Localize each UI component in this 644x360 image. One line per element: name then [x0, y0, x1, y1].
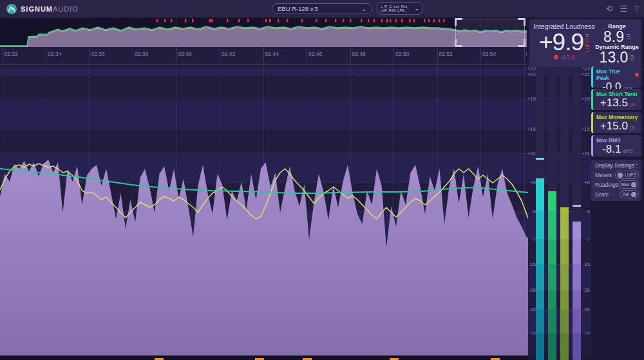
- time-tick: [480, 47, 481, 61]
- level-meters: +23+23+22+22+19+19+15+15+11+11+6+600-7-7…: [528, 61, 591, 360]
- readings-toggle[interactable]: Max: [618, 180, 639, 189]
- integrated-abs-unit: LUFS: [585, 40, 589, 52]
- time-label: 02:42: [222, 51, 235, 57]
- selection-corner-handle[interactable]: [455, 39, 462, 47]
- meter-bar-segment-short-term-meter: [548, 290, 556, 309]
- meter-bar-segment-short-term-meter: [548, 333, 556, 360]
- toggle-knob: [631, 182, 636, 187]
- clip-marker: [439, 19, 440, 23]
- clip-marker: [395, 19, 397, 23]
- clip-marker: [428, 19, 430, 23]
- clip-marker: [368, 19, 369, 23]
- meter-bar-segment-momentary-meter: [560, 211, 569, 239]
- meter-scale-label: +22: [580, 71, 590, 77]
- meter-bar-segment-short-term-meter: [548, 239, 556, 264]
- clip-marker: [227, 19, 228, 23]
- time-tick: [220, 47, 220, 61]
- clip-marker: [301, 19, 303, 23]
- max-rms-card: Max RMS -8.1 dbFS: [591, 135, 641, 156]
- meter-scale-label: +6: [526, 180, 536, 185]
- channel-config-dropdown[interactable]: L_R_C_Lss_Rss_ LsR_RsR_LFE... ⌄: [377, 2, 423, 15]
- meter-bar-segment-true-peak-meter: [536, 309, 544, 333]
- max-short-term-value: +13.5: [600, 97, 628, 109]
- meter-scale-label: -42: [526, 307, 536, 312]
- clip-marker: [238, 19, 240, 23]
- meter-bar-segment-rms-meter: [573, 222, 581, 239]
- time-label: 02:40: [178, 51, 192, 57]
- clip-marker: [374, 19, 375, 23]
- meter-bar-segment-rms-meter: [573, 309, 581, 333]
- dynamic-range-value: 13.0: [600, 50, 629, 64]
- logo-icon: [6, 4, 17, 14]
- toggle-knob: [631, 192, 636, 197]
- preset-dropdown-value: EBU R-128 v.3: [278, 5, 361, 12]
- meter-bar-segment-true-peak-meter: [536, 211, 544, 239]
- meter-bar-segment-rms-meter: [573, 239, 581, 264]
- range-unit: LU: [626, 33, 630, 39]
- loudness-analyser-window: SIGNUMAUDIO EBU R-128 v.3 ⌄ L_R_C_Lss_Rs…: [0, 0, 644, 360]
- meter-bar-segment-true-peak-meter: [536, 182, 544, 211]
- time-axis: 02:3202:3402:3602:3802:4002:4202:4402:46…: [0, 47, 527, 61]
- clip-marker: [171, 19, 172, 23]
- clip-marker: [269, 19, 270, 23]
- meter-scale-label: +15: [526, 126, 536, 132]
- clip-marker: [192, 19, 193, 23]
- menu-icon[interactable]: ☰: [620, 5, 627, 13]
- meter-bar-segment-momentary-meter: [560, 264, 569, 290]
- clip-marker: [343, 19, 344, 23]
- overview-selection[interactable]: [455, 19, 525, 46]
- time-tick: [133, 47, 133, 61]
- selection-corner-handle[interactable]: [455, 18, 462, 26]
- undo-icon[interactable]: ⟲: [606, 5, 613, 13]
- time-label: 02:38: [135, 51, 148, 57]
- time-tick: [350, 47, 351, 61]
- meter-bar-segment-short-term-meter: [548, 211, 556, 239]
- clip-marker: [316, 19, 317, 23]
- loudness-history-graph[interactable]: [0, 61, 528, 360]
- clip-marker: [211, 19, 213, 23]
- meter-scale-label: +19: [580, 96, 590, 102]
- clip-marker: [287, 19, 288, 23]
- meter-bar-segment-true-peak-meter: [536, 290, 544, 309]
- meter-bar-segment-true-peak-meter: [536, 264, 544, 290]
- rms-area-fill: [0, 160, 528, 360]
- time-label: 02:48: [352, 51, 366, 57]
- time-label: 02:50: [395, 51, 409, 57]
- time-tick: [393, 47, 394, 61]
- meter-scale-label: -26: [580, 287, 590, 293]
- meter-bar-segment-rms-meter: [573, 333, 581, 360]
- clip-marker: [424, 19, 425, 23]
- clip-marker: [386, 19, 388, 23]
- clip-marker: [409, 19, 410, 23]
- time-tick: [46, 47, 46, 61]
- alert-dot-icon: [635, 73, 639, 77]
- clip-marker: [361, 19, 362, 23]
- meter-bar-segment-short-term-meter: [548, 191, 556, 211]
- time-label: 02:32: [5, 51, 18, 57]
- clip-marker: [278, 19, 279, 23]
- integrated-loudness-value: +9.9: [539, 30, 583, 55]
- max-momentary-value: +15.0: [600, 120, 628, 132]
- meters-toggle[interactable]: LUFS: [615, 171, 639, 179]
- meter-bar-segment-rms-meter: [573, 290, 581, 309]
- meter-scale-label: -7: [580, 236, 590, 242]
- collapse-caret-icon[interactable]: ▽: [634, 6, 639, 12]
- preset-dropdown[interactable]: EBU R-128 v.3 ⌄: [272, 3, 372, 14]
- meter-bar-segment-momentary-meter: [560, 309, 569, 333]
- meter-bar-segment-true-peak-meter: [536, 239, 544, 264]
- meter-scale-label: +6: [580, 180, 590, 185]
- max-true-peak-card: Max True Peak -0.0 dbTP: [591, 66, 641, 88]
- peak-hold-marker-true-peak-meter: [536, 158, 544, 160]
- scale-setting-label: Scale: [595, 191, 609, 198]
- display-settings-card: Display Settings : Meters LUFS Readings …: [591, 160, 641, 201]
- meter-scale-label: +11: [580, 151, 590, 156]
- scale-toggle[interactable]: Rel: [620, 190, 639, 198]
- time-label: 02:52: [439, 51, 453, 57]
- selection-corner-handle[interactable]: [518, 39, 526, 47]
- loudness-overview-strip[interactable]: [0, 18, 527, 47]
- selection-corner-handle[interactable]: [518, 18, 526, 26]
- clip-marker: [156, 19, 158, 23]
- time-label: 02:36: [91, 51, 105, 57]
- meter-scale-label: 0: [526, 209, 536, 214]
- max-true-peak-label: Max True Peak: [596, 68, 633, 81]
